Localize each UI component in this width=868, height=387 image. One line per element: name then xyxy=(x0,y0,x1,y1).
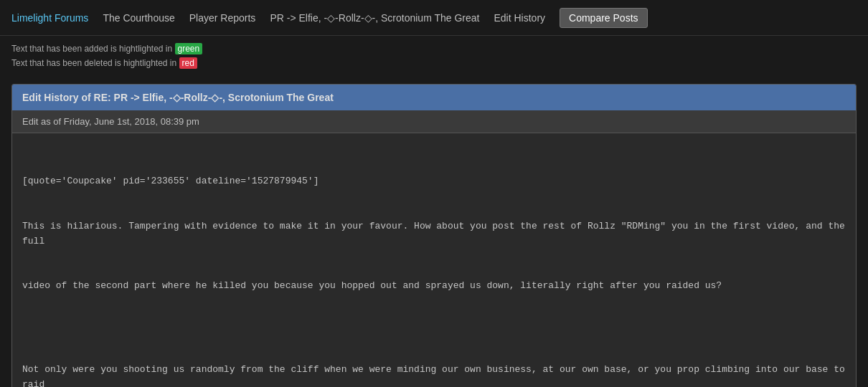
post-blank1 xyxy=(22,323,846,333)
content-wrapper: Edit History of RE: PR -> Elfie, -◇-Roll… xyxy=(11,84,857,387)
edit-history-header: Edit History of RE: PR -> Elfie, -◇-Roll… xyxy=(12,85,856,110)
edit-history-title: Edit History of RE: PR -> Elfie, -◇-Roll… xyxy=(22,92,334,103)
nav-courthouse[interactable]: The Courthouse xyxy=(103,12,174,24)
post-line2: video of the second part where he killed… xyxy=(22,279,846,294)
post-content: [quote='Coupcake' pid='233655' dateline=… xyxy=(12,133,856,387)
legend-deleted-text: Text that has been deleted is hightlight… xyxy=(11,58,176,68)
post-quote-header: [quote='Coupcake' pid='233655' dateline=… xyxy=(22,174,846,189)
post-line4: Not only were you shooting us randomly f… xyxy=(22,363,846,387)
legend: Text that has been added is hightlighted… xyxy=(0,36,868,77)
edit-date-bar: Edit as of Friday, June 1st, 2018, 08:39… xyxy=(12,110,856,133)
nav-compare-posts[interactable]: Compare Posts xyxy=(560,8,647,28)
legend-added-text: Text that has been added is hightlighted… xyxy=(11,44,172,54)
nav-pr-thread[interactable]: PR -> Elfie, -◇-Rollz-◇-, Scrotonium The… xyxy=(270,12,479,24)
legend-deleted-row: Text that has been deleted is hightlight… xyxy=(11,56,857,70)
nav-player-reports[interactable]: Player Reports xyxy=(189,12,256,24)
nav-edit-history[interactable]: Edit History xyxy=(494,12,545,24)
post-line1: This is hilarious. Tampering with eviden… xyxy=(22,219,846,249)
legend-added-label: green xyxy=(175,43,203,54)
nav-limelight-forums[interactable]: Limelight Forums xyxy=(11,12,88,24)
legend-added-row: Text that has been added is hightlighted… xyxy=(11,42,857,56)
edit-date-text: Edit as of Friday, June 1st, 2018, 08:39… xyxy=(22,116,199,127)
nav-bar: Limelight Forums The Courthouse Player R… xyxy=(0,0,868,36)
legend-deleted-label: red xyxy=(179,57,197,69)
